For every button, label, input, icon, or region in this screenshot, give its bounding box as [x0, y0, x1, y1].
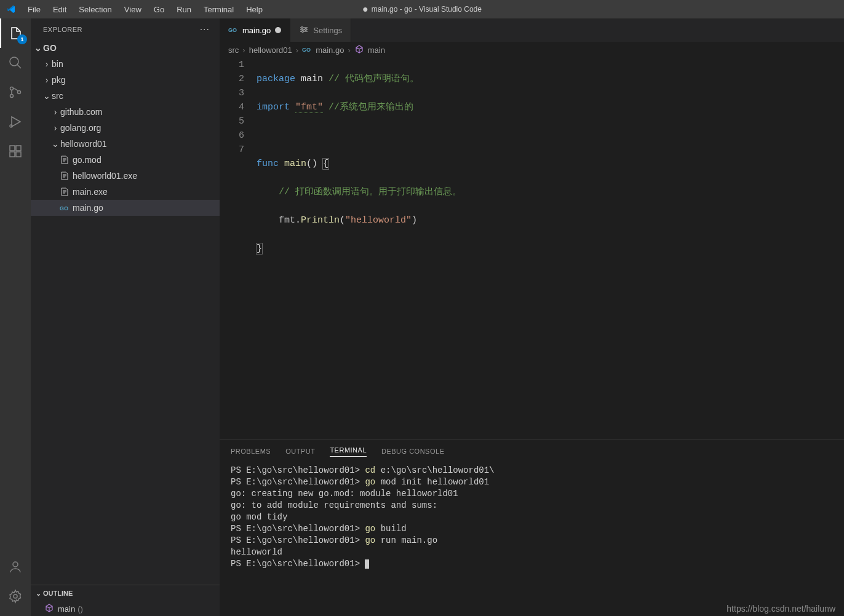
svg-point-14 [305, 28, 307, 30]
breadcrumb-hw[interactable]: helloword01 [249, 45, 292, 55]
tree-file-mainexe[interactable]: main.exe [31, 184, 220, 200]
svg-point-4 [10, 125, 12, 127]
breadcrumb[interactable]: src › helloword01 › GO main.go › main [220, 42, 844, 58]
tree-folder-src[interactable]: ⌄ src [31, 88, 220, 104]
breadcrumb-file[interactable]: main.go [316, 45, 344, 55]
tree-folder-helloword01[interactable]: ⌄ helloword01 [31, 136, 220, 152]
svg-text:GO: GO [302, 47, 311, 53]
svg-point-3 [18, 91, 21, 94]
sidebar-header: EXPLORER ··· [31, 18, 220, 40]
outline-item-main[interactable]: main () [31, 601, 220, 616]
tree-file-hwexe[interactable]: helloworld01.exe [31, 168, 220, 184]
more-actions-icon[interactable]: ··· [200, 24, 210, 35]
tab-label: Settings [313, 26, 342, 35]
chevron-right-icon: › [42, 75, 52, 85]
tree-file-maingo[interactable]: GO main.go [31, 200, 220, 216]
explorer-badge: 1 [17, 34, 27, 44]
outline-paren: () [78, 604, 83, 614]
activity-search[interactable] [0, 48, 31, 77]
chevron-right-icon: › [296, 45, 298, 55]
file-icon [59, 155, 70, 165]
tree-label: helloworld01.exe [73, 171, 137, 181]
svg-point-15 [302, 30, 304, 32]
tab-label: main.go [242, 26, 271, 35]
tree-label: main.exe [73, 187, 108, 197]
svg-point-1 [10, 87, 14, 90]
svg-point-2 [10, 95, 14, 98]
activity-scm[interactable] [0, 77, 31, 107]
code-content[interactable]: package main // 代码包声明语句。 import "fmt" //… [257, 58, 844, 440]
settings-icon [299, 25, 309, 36]
editor-tabs: GO main.go Settings [220, 18, 844, 42]
outline-title: OUTLINE [43, 590, 73, 597]
svg-rect-7 [16, 152, 21, 157]
outline-label: main [58, 604, 75, 614]
editor-area: GO main.go Settings src › helloword01 › … [220, 18, 844, 616]
panel-tab-debug[interactable]: DEBUG CONSOLE [381, 448, 444, 455]
breadcrumb-src[interactable]: src [228, 45, 239, 55]
panel-tabs: PROBLEMS OUTPUT TERMINAL DEBUG CONSOLE [220, 440, 844, 462]
tree-folder-golang[interactable]: › golang.org [31, 120, 220, 136]
breadcrumb-func[interactable]: main [368, 45, 385, 55]
menu-go[interactable]: Go [148, 0, 170, 18]
code-editor[interactable]: 1 2 3 4 5 6 7 package main // 代码包声明语句。 i… [220, 58, 844, 440]
panel-tab-output[interactable]: OUTPUT [285, 448, 315, 455]
chevron-down-icon: ⌄ [50, 139, 60, 149]
line-number-gutter: 1 2 3 4 5 6 7 [220, 58, 257, 440]
tree-label: go.mod [73, 155, 102, 165]
chevron-down-icon: ⌄ [33, 43, 43, 53]
tree-folder-bin[interactable]: › bin [31, 56, 220, 72]
activity-extensions[interactable] [0, 136, 31, 166]
terminal[interactable]: PS E:\go\src\helloword01> cd e:\go\src\h… [220, 462, 844, 616]
outline-header[interactable]: ⌄ OUTLINE [31, 585, 220, 601]
menubar: File Edit Selection View Go Run Terminal… [22, 0, 269, 18]
menu-view[interactable]: View [118, 0, 148, 18]
activity-accounts[interactable] [0, 552, 31, 582]
bottom-panel: PROBLEMS OUTPUT TERMINAL DEBUG CONSOLE P… [220, 440, 844, 616]
menu-file[interactable]: File [22, 0, 47, 18]
menu-help[interactable]: Help [240, 0, 269, 18]
sidebar: EXPLORER ··· ⌄ GO › bin › pkg ⌄ src › gi… [31, 18, 220, 616]
menu-edit[interactable]: Edit [47, 0, 73, 18]
activity-bar: 1 [0, 18, 31, 616]
svg-point-10 [14, 594, 17, 598]
tree-label: golang.org [60, 123, 101, 133]
vscode-logo [0, 4, 22, 14]
tab-maingo[interactable]: GO main.go [220, 18, 290, 42]
file-icon [59, 187, 70, 197]
cube-icon [354, 44, 364, 56]
tree-folder-github[interactable]: › github.com [31, 104, 220, 120]
chevron-right-icon: › [50, 123, 60, 133]
sidebar-title: EXPLORER [43, 26, 82, 33]
svg-point-9 [13, 562, 18, 567]
svg-rect-5 [10, 146, 15, 151]
activity-settings[interactable] [0, 582, 31, 611]
chevron-right-icon: › [42, 59, 52, 69]
go-file-icon: GO [302, 44, 312, 56]
menu-terminal[interactable]: Terminal [197, 0, 240, 18]
svg-point-13 [301, 26, 303, 28]
chevron-right-icon: › [50, 107, 60, 117]
tree-file-gomod[interactable]: go.mod [31, 152, 220, 168]
terminal-cursor [365, 559, 369, 569]
activity-debug[interactable] [0, 107, 31, 136]
dirty-dot-icon [275, 27, 281, 33]
tree-label: pkg [52, 75, 66, 85]
tree-label: helloword01 [60, 139, 107, 149]
chevron-right-icon: › [242, 45, 245, 55]
menu-run[interactable]: Run [170, 0, 197, 18]
panel-tab-terminal[interactable]: TERMINAL [330, 446, 367, 457]
tab-settings[interactable]: Settings [290, 18, 351, 42]
panel-tab-problems[interactable]: PROBLEMS [231, 448, 271, 455]
chevron-down-icon: ⌄ [42, 91, 52, 101]
svg-text:GO: GO [228, 27, 237, 33]
dirty-indicator-icon: ● [362, 6, 368, 13]
tree-root[interactable]: ⌄ GO [31, 40, 220, 56]
tree-label: github.com [60, 107, 102, 117]
menu-selection[interactable]: Selection [73, 0, 117, 18]
cube-icon [44, 603, 54, 615]
tree-label: bin [52, 59, 63, 69]
tree-folder-pkg[interactable]: › pkg [31, 72, 220, 88]
chevron-right-icon: › [348, 45, 350, 55]
activity-explorer[interactable]: 1 [0, 18, 31, 48]
